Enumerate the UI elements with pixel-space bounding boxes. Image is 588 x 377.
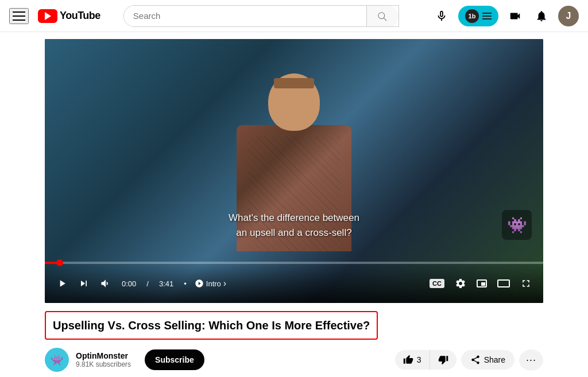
- create-video-button[interactable]: [505, 6, 525, 26]
- youtube-play-icon: [38, 9, 57, 23]
- next-button[interactable]: [76, 275, 92, 292]
- watermark-icon: 👾: [507, 216, 527, 235]
- share-label: Share: [484, 355, 505, 364]
- volume-button[interactable]: [98, 275, 114, 292]
- hamburger-menu-button[interactable]: [9, 8, 29, 24]
- main-content: What's the difference between an upsell …: [36, 39, 552, 376]
- play-button[interactable]: [54, 275, 70, 292]
- thumbs-up-icon: [403, 355, 413, 365]
- share-icon: [470, 355, 481, 365]
- svg-text:👾: 👾: [51, 353, 64, 366]
- youtube-wordmark: YouTube: [60, 10, 100, 22]
- video-controls: 0:00 / 3:41 • Intro CC: [45, 264, 543, 303]
- thumbs-down-icon: [438, 355, 448, 365]
- channel-name[interactable]: OptinMonster: [76, 351, 131, 360]
- search-input[interactable]: [124, 6, 366, 26]
- share-button[interactable]: Share: [461, 350, 514, 370]
- video-subtitle: What's the difference between an upsell …: [229, 211, 359, 240]
- time-separator: /: [146, 279, 149, 288]
- youtube-logo[interactable]: YouTube: [38, 9, 100, 23]
- channel-subscribers: 9.81K subscribers: [76, 360, 131, 368]
- settings-icon: [455, 278, 466, 289]
- channel-avatar-icon: 👾: [48, 351, 66, 369]
- bell-icon: [535, 10, 548, 22]
- like-dislike-group: 3: [395, 350, 457, 370]
- fullscreen-button[interactable]: [518, 275, 534, 292]
- person-head: [268, 73, 320, 131]
- skip-next-icon: [78, 278, 90, 289]
- more-options-button[interactable]: ···: [519, 349, 543, 371]
- time-total: 3:41: [159, 279, 173, 288]
- dislike-button[interactable]: [430, 350, 457, 370]
- like-button[interactable]: 3: [395, 350, 430, 370]
- video-player: What's the difference between an upsell …: [45, 39, 543, 303]
- subscribe-button[interactable]: Subscribe: [145, 349, 204, 370]
- play-icon: [56, 278, 68, 289]
- theater-mode-button[interactable]: [495, 277, 512, 290]
- header-right: 1b J: [432, 6, 579, 26]
- miniplayer-icon: [477, 279, 487, 287]
- account-button[interactable]: J: [558, 6, 579, 26]
- time-current: 0:00: [122, 279, 136, 288]
- search-bar: [123, 5, 399, 27]
- guide-button[interactable]: 1b: [458, 6, 498, 26]
- video-title: Upselling Vs. Cross Selling: Which One I…: [53, 318, 370, 333]
- more-dots: ···: [526, 354, 536, 366]
- microphone-icon: [435, 10, 448, 22]
- time-dot: •: [184, 279, 187, 288]
- notifications-button[interactable]: [532, 6, 551, 26]
- guide-lines-icon: [482, 13, 492, 20]
- cc-badge: CC: [430, 279, 444, 288]
- video-watermark: 👾: [502, 210, 532, 240]
- captions-button[interactable]: CC: [427, 277, 447, 290]
- video-title-section: Upselling Vs. Cross Selling: Which One I…: [45, 311, 378, 340]
- like-count: 3: [417, 355, 421, 364]
- create-icon: [509, 10, 521, 22]
- search-button[interactable]: [366, 6, 399, 27]
- search-container: [123, 5, 399, 27]
- guide-count-badge: 1b: [465, 9, 479, 23]
- channel-info: OptinMonster 9.81K subscribers: [76, 351, 131, 368]
- header-left: YouTube: [9, 8, 100, 24]
- settings-button[interactable]: [452, 275, 469, 292]
- theater-icon: [497, 279, 510, 287]
- circle-play-icon: [195, 279, 204, 288]
- channel-row: 👾 OptinMonster 9.81K subscribers Subscri…: [45, 348, 543, 376]
- fullscreen-icon: [520, 278, 532, 289]
- action-buttons: 3 Share ···: [395, 349, 543, 371]
- intro-button[interactable]: Intro: [195, 278, 226, 289]
- microphone-button[interactable]: [432, 6, 451, 26]
- search-icon: [377, 11, 388, 22]
- volume-icon: [100, 278, 111, 289]
- header: YouTube 1b: [0, 0, 588, 32]
- channel-avatar[interactable]: 👾: [45, 348, 69, 372]
- miniplayer-button[interactable]: [474, 277, 489, 290]
